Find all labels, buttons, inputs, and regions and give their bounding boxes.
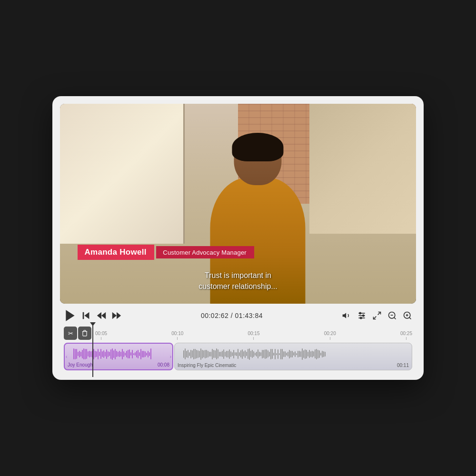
timeline-ruler: 00:05 00:10 00:15 00:20	[95, 327, 412, 340]
clip-bottom-purple: Joy Enough 00:08	[68, 362, 169, 367]
transport-bar: 00:02:62 / 01:43:84	[60, 304, 416, 327]
wave-bar	[230, 351, 231, 357]
wave-bar	[265, 349, 266, 359]
video-scene: Amanda Howell Customer Advocacy Manager …	[60, 104, 416, 304]
clip-label-cinematic: Inspiring Fly Epic Cinematic	[178, 363, 236, 368]
svg-point-12	[363, 315, 364, 317]
wave-bar	[250, 351, 251, 357]
wave-bar	[300, 351, 301, 357]
wave-bar	[255, 353, 256, 356]
timeline-area: ✂ 00:05 00:10	[60, 327, 416, 370]
wave-bar	[202, 350, 203, 358]
wave-bar	[213, 350, 214, 358]
wave-bar	[305, 349, 306, 359]
wave-bar	[293, 352, 294, 356]
wave-bar	[140, 349, 141, 359]
expand-button[interactable]	[372, 311, 382, 320]
clip-right-handle[interactable]: ›	[170, 354, 171, 359]
wave-bar	[322, 351, 323, 357]
playhead[interactable]	[92, 325, 93, 377]
wave-bar	[102, 351, 103, 357]
wave-bar	[109, 352, 110, 356]
wave-bar	[263, 350, 264, 358]
wave-bar	[90, 351, 91, 357]
svg-marker-6	[117, 312, 121, 319]
wave-bar	[313, 351, 314, 357]
wave-bar	[149, 352, 150, 356]
wave-bar	[286, 353, 287, 355]
svg-marker-3	[97, 312, 101, 319]
wave-bar	[99, 352, 100, 356]
zoom-in-button[interactable]	[403, 311, 412, 320]
trash-button[interactable]	[78, 327, 91, 340]
wave-bar	[226, 351, 227, 357]
wave-bar	[105, 352, 106, 356]
ruler-tick	[406, 337, 407, 340]
svg-marker-7	[343, 313, 347, 319]
clip-cinematic[interactable]: Inspiring Fly Epic Cinematic 00:11	[174, 343, 412, 370]
wave-bar	[302, 348, 303, 360]
wave-bar	[246, 352, 247, 356]
clip-bottom-gray: Inspiring Fly Epic Cinematic 00:11	[178, 363, 409, 368]
lower-third-title: Customer Advocacy Manager	[163, 249, 247, 256]
wave-bar	[115, 349, 116, 360]
svg-line-17	[394, 317, 396, 319]
wave-bar	[245, 350, 246, 358]
clip-joy-enough[interactable]: ‹ › Joy Enough 00:08	[64, 343, 173, 370]
wave-bar	[218, 349, 218, 358]
wave-bar	[123, 351, 124, 357]
wave-bar	[150, 348, 151, 359]
wave-bar	[283, 351, 284, 357]
wave-bar	[89, 351, 90, 357]
wave-bar	[215, 350, 216, 358]
wave-bar	[210, 352, 211, 357]
wave-bar	[112, 348, 113, 359]
wave-bar	[93, 349, 94, 360]
wave-bar	[75, 349, 76, 359]
wave-bar	[309, 350, 310, 358]
wave-bar	[145, 351, 146, 357]
wave-bar	[260, 352, 261, 356]
wave-bar	[199, 351, 200, 357]
wave-bar	[298, 351, 298, 357]
wave-bar	[307, 352, 308, 357]
wave-bar	[190, 350, 191, 358]
wave-bar	[315, 349, 316, 358]
wave-bar	[80, 352, 81, 356]
wave-bar	[285, 351, 286, 357]
wave-bar	[276, 353, 277, 355]
wave-bar	[116, 351, 117, 357]
wave-bar	[212, 349, 213, 359]
wave-bar	[325, 352, 326, 357]
ruler-mark-25: 00:25	[400, 331, 412, 340]
svg-point-13	[360, 317, 362, 319]
wave-bar	[130, 352, 131, 356]
wave-bar	[323, 351, 324, 357]
ruler-tick	[330, 337, 330, 340]
scissors-icon: ✂	[68, 330, 73, 337]
wave-bar	[143, 351, 144, 357]
wave-bar	[209, 352, 210, 356]
scissors-button[interactable]: ✂	[64, 327, 77, 340]
wave-bar	[183, 350, 184, 358]
wave-bar	[85, 349, 86, 359]
wave-bar	[262, 350, 263, 359]
zoom-out-button[interactable]	[387, 311, 397, 320]
wave-bar	[113, 350, 114, 358]
wave-bar	[95, 351, 96, 357]
equalizer-button[interactable]	[357, 311, 367, 320]
timecode-display: 00:02:62 / 01:43:84	[128, 312, 336, 319]
wave-bar	[206, 350, 207, 358]
fast-forward-button[interactable]	[111, 310, 122, 321]
rewind-button[interactable]	[96, 310, 107, 321]
skip-back-button[interactable]	[81, 310, 91, 321]
waveform-gray	[178, 345, 409, 363]
volume-button[interactable]	[342, 311, 351, 320]
clip-left-handle[interactable]: ‹	[66, 354, 67, 359]
person-hair	[232, 133, 283, 161]
ruler-mark-10: 00:10	[171, 331, 183, 340]
play-button[interactable]	[64, 309, 76, 322]
wave-bar	[268, 350, 268, 357]
wave-bar	[110, 349, 111, 359]
wave-bar	[238, 349, 238, 359]
